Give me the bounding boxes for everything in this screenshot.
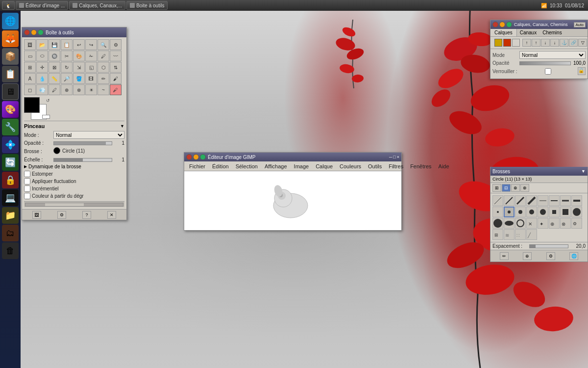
brushes-footer-del[interactable]: 🌐 <box>569 252 578 260</box>
tool-undo[interactable]: ↩ <box>73 39 85 50</box>
brush-10-selected[interactable] <box>504 207 514 217</box>
opacity-slider[interactable] <box>53 141 112 145</box>
tool-move[interactable]: ✛ <box>36 62 48 73</box>
mode-select[interactable]: Normal Dissoudre Multiplier <box>53 131 124 139</box>
sidebar-icon-trash[interactable]: 🗑 <box>2 242 19 259</box>
tool-eraser[interactable]: ◻ <box>24 84 36 95</box>
tool-bucket[interactable]: 🪣 <box>73 73 85 84</box>
toolbox-maximize-button[interactable] <box>38 29 44 35</box>
sidebar-icon-lock[interactable]: 🔒 <box>2 172 19 188</box>
tool-scissors[interactable]: ✁ <box>85 51 97 61</box>
brush-17[interactable] <box>492 218 503 229</box>
tool-smudge[interactable]: ~ <box>98 84 109 95</box>
tool-ellipse-select[interactable]: ⬭ <box>36 51 48 61</box>
brush-16[interactable] <box>571 207 582 217</box>
swap-colors-button[interactable] <box>42 115 50 119</box>
rp-btn-expand[interactable]: ▽ <box>578 39 587 47</box>
tool-open[interactable]: 📂 <box>36 39 48 50</box>
brush-5[interactable] <box>538 195 548 206</box>
image-editor-close-button[interactable] <box>186 154 192 160</box>
brush-21[interactable]: ✦ <box>538 218 548 229</box>
tool-brush[interactable]: 🖌 <box>110 73 122 84</box>
brush-tb-1[interactable]: ⊞ <box>492 184 501 192</box>
brush-26[interactable]: ≋ <box>504 229 514 240</box>
footer-new-btn[interactable]: 🖼 <box>32 211 41 219</box>
brush-13[interactable] <box>538 207 548 217</box>
toolbox-close-button[interactable] <box>24 29 30 35</box>
menu-aide[interactable]: Aide <box>436 163 452 170</box>
brush-9[interactable] <box>492 207 503 217</box>
scale-slider[interactable] <box>53 158 112 162</box>
tool-path[interactable]: 〰 <box>110 51 122 61</box>
tool-ink[interactable]: 🖊 <box>49 84 60 95</box>
rp-btn-4[interactable]: ↓ <box>550 39 559 47</box>
scrollbar-thumb[interactable] <box>45 203 84 206</box>
toolbox-minimize-button[interactable] <box>31 29 37 35</box>
brushes-expand-icon[interactable]: ▼ <box>581 169 586 174</box>
image-editor-close-icon[interactable]: × <box>397 155 399 159</box>
sidebar-icon-gimp[interactable]: 🎨 <box>2 101 19 118</box>
footer-help-btn[interactable]: ? <box>82 211 91 219</box>
image-canvas[interactable] <box>184 171 401 230</box>
brushes-footer-new[interactable]: ✏ <box>500 252 509 260</box>
brush-12[interactable] <box>526 207 537 217</box>
tool-text[interactable]: A <box>24 73 36 84</box>
app-menu-button[interactable]: 🐧 <box>2 1 15 10</box>
brush-tb-4[interactable]: ⊗ <box>520 184 529 192</box>
menu-edition[interactable]: Édition <box>209 163 232 170</box>
brush-3[interactable] <box>515 195 526 206</box>
sidebar-icon-folder[interactable]: 🗂 <box>2 225 19 241</box>
sidebar-icon-package[interactable]: 📦 <box>2 48 19 65</box>
tool-red[interactable]: 🖋 <box>110 84 122 95</box>
image-editor-minimize-button[interactable] <box>193 154 199 160</box>
rp-color-yellow[interactable] <box>494 39 502 47</box>
sidebar-icon-document[interactable]: 📋 <box>2 66 19 82</box>
menu-image[interactable]: Image <box>291 163 312 170</box>
rp-btn-1[interactable]: ↑ <box>522 39 531 47</box>
tool-extra[interactable]: ⚙ <box>110 39 122 50</box>
sidebar-icon-terminal[interactable]: 💻 <box>2 189 19 206</box>
estomper-checkbox[interactable] <box>24 171 30 177</box>
taskbar-tab-layers[interactable]: Calques, Canaux,... <box>69 1 125 10</box>
tool-pencil[interactable]: ✏ <box>98 73 109 84</box>
couleur-checkbox[interactable] <box>24 193 30 199</box>
brush-24[interactable]: ⚙ <box>571 218 582 229</box>
lock-checkbox[interactable] <box>545 68 551 75</box>
sidebar-icon-monitor[interactable]: 🖥 <box>2 83 19 100</box>
brush-6[interactable] <box>549 195 560 206</box>
tool-crop[interactable]: ⊠ <box>49 62 60 73</box>
brush-22[interactable]: ⊕ <box>549 218 560 229</box>
brush-1[interactable] <box>492 195 503 206</box>
tool-perspective[interactable]: ⬡ <box>98 62 109 73</box>
brush-19[interactable] <box>515 218 526 229</box>
tool-lasso[interactable]: 🔘 <box>49 51 60 61</box>
image-editor-maximize-button[interactable] <box>200 154 206 160</box>
sidebar-icon-refresh[interactable]: 🔄 <box>2 154 19 171</box>
auto-button[interactable]: Auto <box>574 22 586 27</box>
tool-new[interactable]: 🖼 <box>24 39 36 50</box>
mode-select-rp[interactable]: Normal <box>519 51 586 59</box>
image-editor-max-icon[interactable]: □ <box>393 155 395 159</box>
tool-save[interactable]: 💾 <box>49 39 60 50</box>
fluctuation-checkbox[interactable] <box>24 178 30 184</box>
tool-clone[interactable]: ⊕ <box>61 84 73 95</box>
image-editor-min-icon[interactable]: ─ <box>389 155 392 159</box>
brush-15[interactable] <box>560 207 571 217</box>
tool-zoom2[interactable]: 🔎 <box>61 73 73 84</box>
menu-couleurs[interactable]: Couleurs <box>337 163 364 170</box>
tool-dodge[interactable]: ☀ <box>85 84 97 95</box>
tool-rect-select[interactable]: ▭ <box>24 51 36 61</box>
menu-fichier[interactable]: Fichier <box>186 163 208 170</box>
taskbar-tab-image-editor[interactable]: Éditeur d'image ... <box>16 1 68 10</box>
tool-scale[interactable]: ⇲ <box>73 62 85 73</box>
brushes-footer-edit[interactable]: ⚙ <box>546 252 555 260</box>
brush-8[interactable] <box>571 195 582 206</box>
tool-shear[interactable]: ◱ <box>85 62 97 73</box>
tool-flip[interactable]: ⇅ <box>110 62 122 73</box>
brush-28[interactable]: ╱ <box>526 229 537 240</box>
scrollbar-track[interactable] <box>25 203 123 207</box>
tab-chemins[interactable]: Chemins <box>539 29 564 36</box>
opacity-slider-rp[interactable] <box>519 61 571 65</box>
tool-airbrush[interactable]: 💨 <box>36 84 48 95</box>
tool-options-menu-icon[interactable]: ▼ <box>120 124 124 129</box>
